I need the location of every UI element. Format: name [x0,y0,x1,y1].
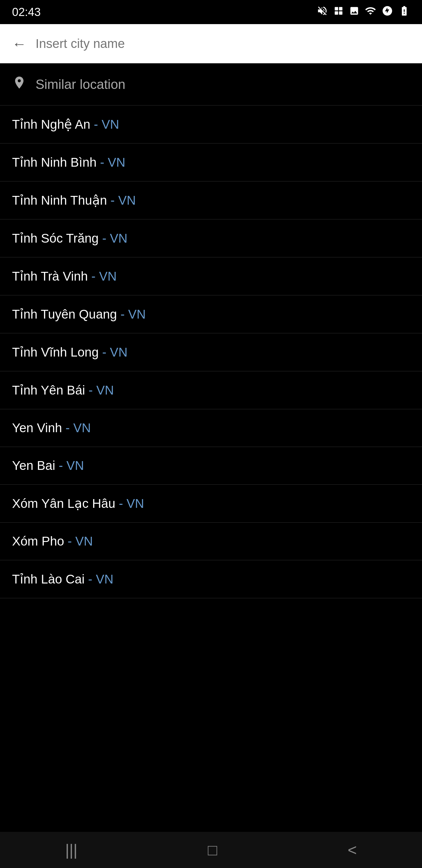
list-item[interactable]: Tỉnh Ninh Thuận - VN [0,181,422,219]
list-item[interactable]: Xóm Pho - VN [0,523,422,560]
list-item[interactable]: Tỉnh Sóc Trăng - VN [0,219,422,257]
svg-rect-3 [339,11,342,14]
list-item[interactable]: Yen Bai - VN [0,447,422,485]
status-bar: 02:43 [0,0,422,24]
item-name: Tỉnh Vĩnh Long [12,345,99,360]
search-input[interactable] [36,36,410,51]
status-icons [317,5,410,19]
item-name: Tỉnh Tuyên Quang [12,307,117,321]
item-country: - VN [85,383,114,398]
nav-bar: ||| □ < [0,832,422,868]
item-country: - VN [90,117,119,132]
search-bar: ← [0,24,422,63]
list-item[interactable]: Tỉnh Tuyên Quang - VN [0,296,422,333]
item-country: - VN [117,307,146,321]
item-name: Yen Bai [12,458,55,473]
mute-icon [317,5,328,19]
list-item[interactable]: Tỉnh Trà Vinh - VN [0,257,422,296]
svg-rect-2 [335,11,338,14]
item-name: Tỉnh Nghệ An [12,117,90,132]
item-country: - VN [85,572,113,587]
item-country: - VN [98,231,127,246]
nav-back-button[interactable]: < [329,835,375,865]
item-name: Tỉnh Sóc Trăng [12,231,98,246]
item-name: Yen Vinh [12,421,62,435]
item-name: Xóm Yân Lạc Hâu [12,496,116,511]
nav-menu-button[interactable]: ||| [47,835,96,865]
list-item[interactable]: Tỉnh Ninh Bình - VN [0,144,422,181]
list-item[interactable]: Tỉnh Vĩnh Long - VN [0,333,422,371]
wifi-icon [365,5,376,19]
location-list: Tỉnh Nghệ An - VN Tỉnh Ninh Bình - VN Tỉ… [0,105,422,598]
item-country: - VN [88,269,117,284]
item-country: - VN [97,155,126,170]
item-name: Tỉnh Ninh Thuận [12,193,107,208]
list-item[interactable]: Tỉnh Lào Cai - VN [0,560,422,598]
image-icon [349,6,359,19]
svg-rect-0 [335,7,338,10]
status-time: 02:43 [12,6,41,19]
location-pin-icon [12,75,27,93]
svg-rect-1 [339,7,342,10]
item-name: Tỉnh Lào Cai [12,572,85,587]
back-button[interactable]: ← [12,36,27,52]
list-item[interactable]: Tỉnh Nghệ An - VN [0,105,422,144]
similar-location-header: Similar location [0,63,422,105]
item-country: - VN [99,345,128,360]
nav-home-button[interactable]: □ [190,835,235,865]
item-name: Tỉnh Ninh Bình [12,155,97,170]
similar-location-label: Similar location [36,77,125,92]
item-country: - VN [62,421,91,435]
item-country: - VN [116,496,144,511]
item-country: - VN [107,193,136,208]
app-icon [333,6,344,19]
list-item[interactable]: Yen Vinh - VN [0,409,422,447]
item-name: Tỉnh Trà Vinh [12,269,88,284]
battery-icon [398,5,410,19]
item-country: - VN [64,534,93,549]
list-item[interactable]: Tỉnh Yên Bái - VN [0,371,422,409]
item-name: Xóm Pho [12,534,64,549]
item-country: - VN [55,458,84,473]
item-name: Tỉnh Yên Bái [12,383,85,398]
blocked-icon [382,5,393,19]
list-item[interactable]: Xóm Yân Lạc Hâu - VN [0,485,422,523]
